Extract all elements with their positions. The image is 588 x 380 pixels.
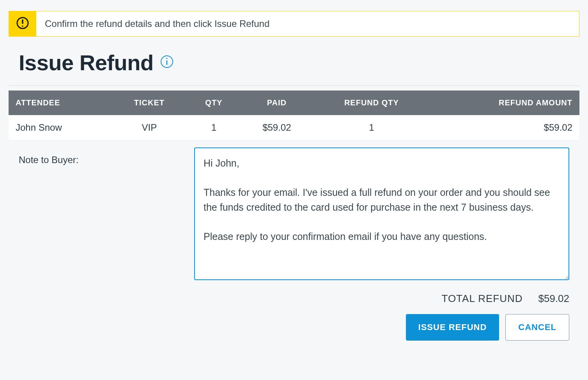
cell-refund-amount: $59.02 [430, 115, 579, 140]
table-header-row: ATTENDEE TICKET QTY PAID REFUND QTY REFU… [9, 91, 579, 115]
col-attendee: ATTENDEE [9, 91, 112, 115]
alert-banner: Confirm the refund details and then clic… [9, 11, 579, 37]
col-refund-amount: REFUND AMOUNT [430, 91, 579, 115]
col-paid: PAID [241, 91, 313, 115]
note-row: Note to Buyer: [9, 140, 579, 282]
svg-point-5 [166, 58, 167, 59]
refund-table-wrap: ATTENDEE TICKET QTY PAID REFUND QTY REFU… [9, 91, 579, 140]
svg-point-2 [22, 25, 23, 27]
alert-text: Confirm the refund details and then clic… [36, 11, 579, 36]
cancel-button[interactable]: CANCEL [505, 314, 569, 341]
note-field-wrap [194, 147, 569, 282]
cell-ticket: VIP [112, 115, 188, 140]
total-refund-label: TOTAL REFUND [441, 293, 522, 305]
col-refund-qty: REFUND QTY [313, 91, 430, 115]
page-title: Issue Refund [19, 50, 154, 75]
info-icon[interactable] [160, 55, 174, 69]
total-refund-amount: $59.02 [538, 293, 569, 305]
issue-refund-button[interactable]: ISSUE REFUND [406, 314, 499, 341]
col-qty: QTY [187, 91, 240, 115]
footer-area: TOTAL REFUND $59.02 ISSUE REFUND CANCEL [9, 282, 579, 341]
cell-attendee: John Snow [9, 115, 112, 140]
alert-icon-box [9, 11, 36, 36]
cell-qty: 1 [187, 115, 240, 140]
total-refund-row: TOTAL REFUND $59.02 [19, 293, 569, 305]
actions-row: ISSUE REFUND CANCEL [19, 314, 569, 341]
page-header: Issue Refund [9, 50, 579, 86]
cell-paid: $59.02 [241, 115, 313, 140]
table-row: John Snow VIP 1 $59.02 1 $59.02 [9, 115, 579, 140]
alert-exclamation-icon [16, 16, 30, 32]
note-label: Note to Buyer: [19, 147, 190, 282]
refund-table: ATTENDEE TICKET QTY PAID REFUND QTY REFU… [9, 91, 579, 140]
col-ticket: TICKET [112, 91, 188, 115]
note-to-buyer-input[interactable] [194, 147, 569, 280]
cell-refund-qty: 1 [313, 115, 430, 140]
